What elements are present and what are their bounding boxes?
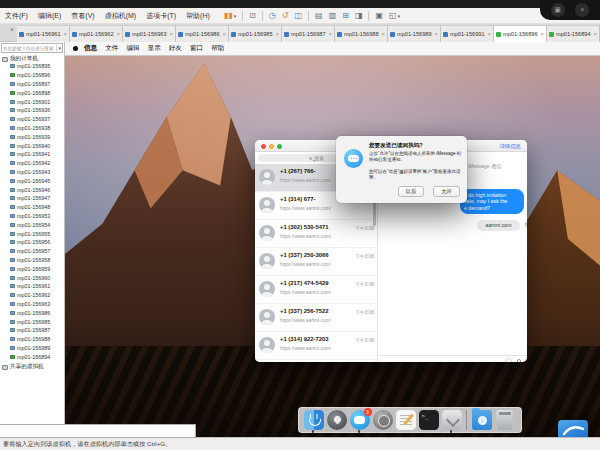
menu-m[interactable]: 虚拟机(M) bbox=[100, 8, 142, 24]
overlay-close-button[interactable]: × bbox=[575, 3, 589, 17]
snapshot-revert-button-icon[interactable]: ↺ bbox=[279, 8, 292, 24]
installer-dock-icon[interactable] bbox=[442, 410, 462, 430]
close-tab-icon[interactable]: × bbox=[63, 31, 67, 37]
macos-desktop[interactable]: 详细信息 搜索 +1 (267) 766-https://www.aartmt.… bbox=[65, 56, 600, 437]
conversation-row[interactable]: +1 (337) 256-7522下午3:08https://www.aartm… bbox=[255, 304, 377, 332]
close-tab-icon[interactable]: × bbox=[275, 31, 279, 37]
close-tab-icon[interactable]: × bbox=[434, 31, 438, 37]
capture-button-icon[interactable]: ◱▾ bbox=[386, 8, 403, 24]
sidebar-item-mp01-156959[interactable]: mp01-156959 bbox=[0, 264, 65, 273]
microphone-icon[interactable] bbox=[517, 359, 521, 362]
sidebar-item-mp01-156960[interactable]: mp01-156960 bbox=[0, 273, 65, 282]
sidebar-item-mp01-156941[interactable]: mp01-156941 bbox=[0, 150, 65, 159]
menu-e[interactable]: 编辑(E) bbox=[33, 8, 66, 24]
conversation-row[interactable]: +1 (337) 250-3066下午3:08https://www.aartm… bbox=[255, 248, 377, 276]
sidebar-item-mp01-156901[interactable]: mp01-156901 bbox=[0, 97, 65, 106]
terminal-dock-icon[interactable] bbox=[419, 410, 439, 430]
menu-v[interactable]: 查看(V) bbox=[66, 8, 99, 24]
macos-menu-0[interactable]: 信息 bbox=[84, 44, 97, 53]
show-thumbnails-button-icon[interactable]: ▥ bbox=[326, 8, 340, 24]
sidebar-item-mp01-156946[interactable]: mp01-156946 bbox=[0, 185, 65, 194]
vm-tab-mp01-156963[interactable]: mp01-156963× bbox=[123, 25, 176, 42]
sidebar-item-mp01-156942[interactable]: mp01-156942 bbox=[0, 159, 65, 168]
close-tab-icon[interactable]: × bbox=[381, 31, 385, 37]
zoom-traffic-light[interactable] bbox=[277, 144, 282, 149]
allow-button[interactable]: 允许 bbox=[433, 186, 460, 197]
library-search-input[interactable]: 在此处键入内容进行搜索 ▾ bbox=[1, 43, 63, 53]
sidebar-item-mp01-156955[interactable]: mp01-156955 bbox=[0, 229, 65, 238]
scrollbar[interactable] bbox=[373, 200, 376, 226]
downloads-folder-dock-icon[interactable] bbox=[472, 410, 492, 430]
trash-dock-icon[interactable] bbox=[495, 410, 515, 430]
sidebar-item-mp01-156897[interactable]: mp01-156897 bbox=[0, 80, 65, 89]
sidebar-item-mp01-156985[interactable]: mp01-156985 bbox=[0, 317, 65, 326]
macos-menu-4[interactable]: 好友 bbox=[169, 44, 182, 53]
macos-menu-1[interactable]: 文件 bbox=[105, 44, 118, 53]
chevron-down-icon[interactable]: ▾ bbox=[234, 13, 237, 19]
minimize-traffic-light[interactable] bbox=[269, 144, 274, 149]
apple-menu-icon[interactable] bbox=[73, 46, 78, 51]
sidebar-item-mp01-156947[interactable]: mp01-156947 bbox=[0, 194, 65, 203]
textedit-dock-icon[interactable] bbox=[396, 410, 416, 430]
later-button[interactable]: 以后 bbox=[398, 186, 425, 197]
pause-button-icon[interactable]: ▮▮▾ bbox=[221, 8, 239, 24]
overlay-panel-button[interactable]: ▣ bbox=[551, 3, 565, 17]
vm-tab-mp01-156894[interactable]: mp01-156894× bbox=[547, 25, 600, 42]
vm-tab-mp01-156986[interactable]: mp01-156986× bbox=[176, 25, 229, 42]
imessage-input-field[interactable]: iMessage ☺ bbox=[505, 358, 512, 362]
vm-console-display[interactable]: 信息文件编辑显示好友窗口帮助 详细信息 bbox=[65, 42, 600, 437]
conversation-row[interactable]: +1 (314) 688-1029下午3:08https://www.aartm… bbox=[255, 360, 377, 362]
sidebar-item-mp01-156987[interactable]: mp01-156987 bbox=[0, 326, 65, 335]
sidebar-item-mp01-156936[interactable]: mp01-156936 bbox=[0, 106, 65, 115]
sidebar-item-mp01-156895[interactable]: mp01-156895 bbox=[0, 62, 65, 71]
send-cad-button-icon[interactable]: ⊡ bbox=[246, 8, 259, 24]
menu-h[interactable]: 帮助(H) bbox=[181, 8, 215, 24]
sidebar-item-mp01-156958[interactable]: mp01-156958 bbox=[0, 256, 65, 265]
conversation-row[interactable]: +1 (302) 530-5471下午3:08https://www.aartm… bbox=[255, 220, 377, 248]
macos-menu-6[interactable]: 帮助 bbox=[211, 44, 224, 53]
emoji-icon[interactable]: ☺ bbox=[502, 359, 508, 362]
details-button[interactable]: 详细信息 bbox=[499, 143, 521, 150]
close-traffic-light[interactable] bbox=[261, 144, 266, 149]
sidebar-item-mp01-156938[interactable]: mp01-156938 bbox=[0, 124, 65, 133]
sidebar-item-mp01-156896[interactable]: mp01-156896 bbox=[0, 71, 65, 80]
sidebar-item-mp01-156956[interactable]: mp01-156956 bbox=[0, 238, 65, 247]
conversation-row[interactable]: +1 (314) 922-7203下午3:08https://www.aartm… bbox=[255, 332, 377, 360]
sidebar-item-mp01-156963[interactable]: mp01-156963 bbox=[0, 300, 65, 309]
conversation-row[interactable]: +1 (217) 474-5429下午3:08https://www.aartm… bbox=[255, 276, 377, 304]
vm-tab-mp01-156961[interactable]: mp01-156961× bbox=[17, 25, 70, 42]
vm-tab-mp01-156896[interactable]: mp01-156896× bbox=[494, 25, 547, 42]
sidebar-item-mp01-156961[interactable]: mp01-156961 bbox=[0, 282, 65, 291]
finder-dock-icon[interactable] bbox=[304, 410, 324, 430]
sidebar-item-mp01-156948[interactable]: mp01-156948 bbox=[0, 203, 65, 212]
blue-corner-badge[interactable] bbox=[558, 420, 588, 437]
sidebar-item-mp01-156894[interactable]: mp01-156894 bbox=[0, 352, 65, 361]
snapshot-take-button-icon[interactable]: ◷ bbox=[266, 8, 279, 24]
vm-tab-mp01-156991[interactable]: mp01-156991× bbox=[441, 25, 494, 42]
close-tab-icon[interactable]: × bbox=[222, 31, 226, 37]
tree-node-shared-vms[interactable]: 共享的虚拟机 bbox=[2, 363, 44, 371]
macos-menu-2[interactable]: 编辑 bbox=[126, 44, 139, 53]
sidebar-item-mp01-156945[interactable]: mp01-156945 bbox=[0, 176, 65, 185]
sidebar-item-mp01-156988[interactable]: mp01-156988 bbox=[0, 335, 65, 344]
system-preferences-dock-icon[interactable] bbox=[373, 410, 393, 430]
messages-dock-icon[interactable]: 3 bbox=[350, 410, 370, 430]
sidebar-item-mp01-156940[interactable]: mp01-156940 bbox=[0, 141, 65, 150]
fullscreen-button-icon[interactable]: ⊞ bbox=[339, 8, 352, 24]
vm-tab-mp01-156962[interactable]: mp01-156962× bbox=[70, 25, 123, 42]
vm-tab-mp01-156985[interactable]: mp01-156985× bbox=[229, 25, 282, 42]
menu-t[interactable]: 选项卡(T) bbox=[141, 8, 181, 24]
close-tab-icon[interactable]: × bbox=[540, 31, 544, 37]
tab-strip-close-icon[interactable]: × bbox=[10, 26, 14, 33]
menu-f[interactable]: 文件(F) bbox=[0, 8, 33, 24]
sidebar-item-mp01-156939[interactable]: mp01-156939 bbox=[0, 132, 65, 141]
vm-tab-mp01-156987[interactable]: mp01-156987× bbox=[282, 25, 335, 42]
show-library-button-icon[interactable]: ▤ bbox=[312, 8, 326, 24]
close-tab-icon[interactable]: × bbox=[328, 31, 332, 37]
launchpad-dock-icon[interactable] bbox=[327, 410, 347, 430]
close-tab-icon[interactable]: × bbox=[169, 31, 173, 37]
snapshot-manager-button-icon[interactable]: ◫ bbox=[292, 8, 306, 24]
close-tab-icon[interactable]: × bbox=[487, 31, 491, 37]
sidebar-item-mp01-156954[interactable]: mp01-156954 bbox=[0, 220, 65, 229]
vm-tab-mp01-156988[interactable]: mp01-156988× bbox=[335, 25, 388, 42]
